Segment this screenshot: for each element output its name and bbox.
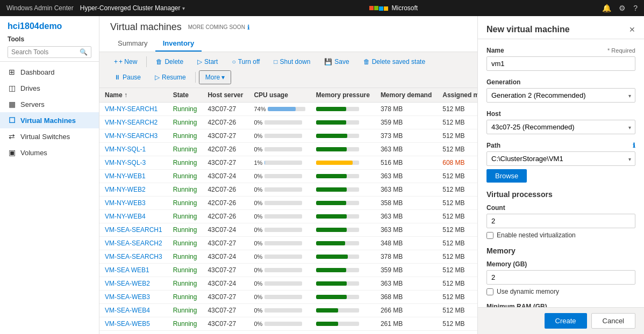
resume-icon: ▷ [155,74,160,81]
vm-cpu: 0% [248,197,310,210]
table-row: VM-NY-WEB2Running42C07-260% 363 MB512 MB [99,183,477,197]
sidebar-item-drives[interactable]: ◫ Drives [0,80,99,96]
count-label: Count [486,204,635,212]
sidebar-item-label: Dashboard [20,68,55,76]
panel-body: Name * Required Generation Generation 2 … [478,39,644,307]
search-icon[interactable]: 🔍 [80,48,88,56]
sidebar-item-dashboard[interactable]: ⊞ Dashboard [0,64,99,80]
vm-name-link[interactable]: VM-SEA-WEB2 [105,280,150,287]
new-button[interactable]: + + New [108,55,143,68]
sidebar-item-label: Drives [20,84,40,92]
pause-button[interactable]: ⏸ Pause [108,71,147,84]
vm-memory-pressure [311,170,375,183]
save-button[interactable]: 💾 Save [318,55,355,68]
vm-name-link[interactable]: VM-NY-SEARCH1 [105,105,158,113]
turnoff-button[interactable]: ○ Turn off [226,55,266,68]
vm-name-link[interactable]: VM-NY-WEB1 [105,172,146,180]
more-button[interactable]: More ▾ [199,70,231,84]
vm-assigned-memory: 512 MB [437,237,477,250]
path-info-icon[interactable]: ℹ [633,142,635,149]
content-area: Virtual machines MORE COMING SOON ℹ Summ… [99,16,477,334]
sidebar-item-volumes[interactable]: ▣ Volumes [0,144,99,161]
help-icon[interactable]: ? [633,4,638,12]
vm-name-link[interactable]: VM-SEA WEB1 [105,266,149,274]
vm-cpu: 0% [248,291,310,304]
cancel-button[interactable]: Cancel [591,313,635,329]
vm-host: 43C07-27 [202,317,248,331]
delete-button[interactable]: 🗑 Delete [150,55,189,68]
vm-memory-pressure [311,210,375,223]
search-input[interactable] [11,48,80,56]
bell-icon[interactable]: 🔔 [602,4,611,12]
sidebar-item-virtual-switches[interactable]: ⇄ Virtual Switches [0,128,99,144]
vm-name-link[interactable]: VM-SEA-WEB4 [105,307,150,314]
vm-state: Running [168,304,203,317]
name-input[interactable] [486,56,635,71]
browse-button[interactable]: Browse [486,169,527,183]
vm-name-link[interactable]: VM-SEA-SEARCH1 [105,226,162,234]
tab-summary[interactable]: Summary [110,36,155,52]
coming-soon-info-icon[interactable]: ℹ [247,24,250,31]
tab-inventory[interactable]: Inventory [155,36,202,52]
count-input[interactable] [486,214,635,228]
table-header-row: Name ↑ State Host server CPU usage Memor… [99,88,477,103]
vm-table-container[interactable]: Name ↑ State Host server CPU usage Memor… [99,88,477,334]
host-select[interactable]: 43c07-25 (Recommended) 43c07-24 43c07-26… [486,120,635,134]
vm-name-link[interactable]: VM-SEA-WEB3 [105,293,150,301]
nested-virt-row: Enable nested virtualization [486,231,635,239]
vm-assigned-memory: 512 MB [437,264,477,277]
delete-saved-icon: 🗑 [363,58,370,66]
vm-name-link[interactable]: VM-NY-WEB2 [105,186,146,193]
shutdown-button[interactable]: □ Shut down [268,55,316,68]
search-box[interactable]: 🔍 [8,46,91,58]
col-name[interactable]: Name ↑ [99,88,168,103]
top-nav: Windows Admin Center Hyper-Converged Clu… [0,0,644,16]
vm-name-link[interactable]: VM-SEA-SEARCH2 [105,239,162,247]
table-row: VM-SEA-WEB2Running43C07-240% 363 MB512 M… [99,277,477,291]
dynamic-mem-checkbox[interactable] [486,288,493,295]
dynamic-mem-label: Use dynamic memory [497,288,559,295]
path-select[interactable]: C:\ClusterStorage\VM1 [486,151,635,166]
cluster-manager-label[interactable]: Hyper-Converged Cluster Manager ▾ [80,4,185,12]
vm-name-link[interactable]: VM-NY-SEARCH2 [105,119,158,126]
vm-name-link[interactable]: VM-NY-SQL-1 [105,146,146,153]
vm-name-link[interactable]: VM-SEA-WEB5 [105,320,150,328]
sidebar-item-virtual-machines[interactable]: ☐ Virtual Machines [0,112,99,128]
nested-virt-checkbox[interactable] [486,232,493,239]
memory-input[interactable] [486,270,635,285]
vm-memory-demand: - [375,331,437,335]
vm-name-link[interactable]: VM-SEA-SEARCH3 [105,253,162,260]
vm-state: Running [168,156,203,170]
vm-cpu: 0% [248,223,310,237]
name-field-group: Name * Required [486,47,635,71]
vm-host: 43C07-27 [202,103,248,116]
table-row: VM-SEA-WEB3Running43C07-270% 368 MB512 M… [99,291,477,304]
vm-name-link[interactable]: VM-NY-WEB3 [105,199,146,207]
sidebar-item-label: Servers [20,100,45,108]
table-row: VM-NY-SEARCH3Running43C07-270% 373 MB512… [99,129,477,143]
vm-memory-demand: 363 MB [375,223,437,237]
sidebar-item-label: Volumes [20,149,47,157]
sidebar-item-servers[interactable]: ▦ Servers [0,96,99,112]
vm-name-link[interactable]: VM-NY-SQL-3 [105,159,146,166]
start-button[interactable]: ▷ Start [191,55,224,68]
vm-host: 43C07-27 [202,237,248,250]
panel-close-icon[interactable]: ✕ [629,25,635,34]
resume-button[interactable]: ▷ Resume [149,71,192,84]
drives-icon: ◫ [8,84,16,92]
vm-name-link[interactable]: VM-NY-WEB4 [105,213,146,220]
vm-name-link[interactable]: VM-NY-SEARCH3 [105,132,158,140]
generation-select[interactable]: Generation 2 (Recommended) Generation 1 [486,88,635,103]
generation-field-group: Generation Generation 2 (Recommended) Ge… [486,78,635,103]
table-row: VM-NY-WEB3Running42C07-260% 358 MB512 MB [99,197,477,210]
vm-assigned-memory: 512 MB [437,317,477,331]
vm-assigned-memory: 512 MB [437,223,477,237]
delete-saved-button[interactable]: 🗑 Delete saved state [357,55,431,68]
vm-icon: ☐ [8,116,16,125]
settings-icon[interactable]: ⚙ [619,4,626,12]
create-button[interactable]: Create [545,313,587,329]
vm-memory-demand: 359 MB [375,116,437,129]
table-row: vm-test-1Stopped43C07-27--- [99,331,477,335]
switches-icon: ⇄ [8,132,16,141]
page-title: Virtual machines [110,21,182,33]
